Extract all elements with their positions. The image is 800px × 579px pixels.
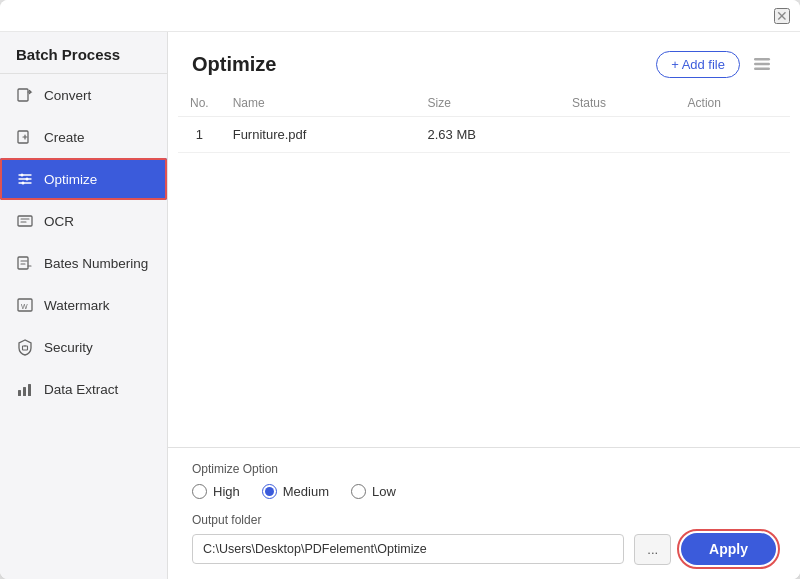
cell-no: 1 [178,117,221,153]
optimize-option-label: Optimize Option [192,462,776,476]
sidebar-item-data-extract-label: Data Extract [44,382,118,397]
settings-icon [752,54,772,74]
data-extract-icon [16,380,34,398]
settings-icon-button[interactable] [748,50,776,78]
radio-low-input[interactable] [351,484,366,499]
output-folder-label: Output folder [192,513,776,527]
sidebar-item-optimize-label: Optimize [44,172,97,187]
radio-group: High Medium Low [192,484,776,499]
sidebar: Batch Process Convert [0,32,168,579]
convert-icon [16,86,34,104]
svg-rect-15 [28,384,31,396]
cell-status [560,117,676,153]
cell-name: Furniture.pdf [221,117,416,153]
file-table: No. Name Size Status Action 1 Furniture.… [178,90,790,153]
sidebar-item-convert-label: Convert [44,88,91,103]
svg-text:W: W [21,303,28,310]
browse-button[interactable]: ... [634,534,671,565]
radio-high-label: High [213,484,240,499]
optimize-icon [16,170,34,188]
sidebar-item-bates-numbering[interactable]: Bates Numbering [0,242,167,284]
main-header: Optimize + Add file [168,32,800,86]
sidebar-item-create-label: Create [44,130,85,145]
svg-point-7 [22,182,25,185]
sidebar-item-convert[interactable]: Convert [0,74,167,116]
close-button[interactable]: ✕ [774,8,790,24]
file-table-wrap: No. Name Size Status Action 1 Furniture.… [168,86,800,447]
radio-high-input[interactable] [192,484,207,499]
radio-high[interactable]: High [192,484,240,499]
svg-rect-17 [754,63,770,66]
radio-low[interactable]: Low [351,484,396,499]
svg-rect-0 [18,89,28,101]
sidebar-item-ocr-label: OCR [44,214,74,229]
sidebar-item-watermark[interactable]: W Watermark [0,284,167,326]
sidebar-item-security-label: Security [44,340,93,355]
apply-button[interactable]: Apply [681,533,776,565]
svg-rect-14 [23,387,26,396]
output-folder-input[interactable] [192,534,624,564]
title-bar: ✕ [0,0,800,32]
sidebar-item-security[interactable]: Security [0,326,167,368]
radio-medium-label: Medium [283,484,329,499]
sidebar-item-ocr[interactable]: OCR [0,200,167,242]
sidebar-item-optimize[interactable]: Optimize [0,158,167,200]
svg-point-5 [21,174,24,177]
svg-rect-18 [754,68,770,71]
bottom-panel: Optimize Option High Medium Low O [168,447,800,579]
sidebar-item-bates-label: Bates Numbering [44,256,148,271]
svg-rect-8 [18,216,32,226]
watermark-icon: W [16,296,34,314]
col-action: Action [676,90,790,117]
security-icon [16,338,34,356]
table-row: 1 Furniture.pdf 2.63 MB [178,117,790,153]
radio-medium-input[interactable] [262,484,277,499]
sidebar-item-data-extract[interactable]: Data Extract [0,368,167,410]
main-window: ✕ Batch Process Convert [0,0,800,579]
create-icon [16,128,34,146]
output-row: ... Apply [192,533,776,565]
col-status: Status [560,90,676,117]
cell-action [676,117,790,153]
svg-rect-13 [18,390,21,396]
col-name: Name [221,90,416,117]
cell-size: 2.63 MB [416,117,560,153]
svg-point-6 [26,178,29,181]
sidebar-header: Batch Process [0,32,167,74]
ocr-icon [16,212,34,230]
svg-rect-16 [754,58,770,61]
add-file-button[interactable]: + Add file [656,51,740,78]
sidebar-item-create[interactable]: Create [0,116,167,158]
radio-medium[interactable]: Medium [262,484,329,499]
svg-rect-12 [23,346,28,350]
col-no: No. [178,90,221,117]
main-content: Optimize + Add file [168,32,800,579]
col-size: Size [416,90,560,117]
radio-low-label: Low [372,484,396,499]
sidebar-item-watermark-label: Watermark [44,298,110,313]
bates-icon [16,254,34,272]
svg-rect-9 [18,257,28,269]
page-title: Optimize [192,53,276,76]
